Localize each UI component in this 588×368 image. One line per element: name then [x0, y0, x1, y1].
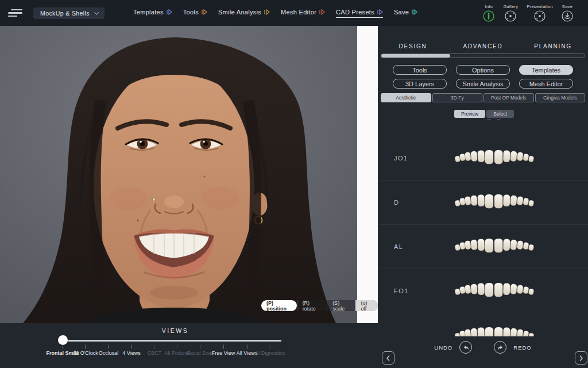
select-button[interactable]: Select [486, 110, 514, 118]
undo-label: UNDO [434, 344, 452, 351]
play-arrow-icon [319, 9, 325, 15]
design-panel: DESIGN ADVANCED PLANNING Tools Options T… [378, 26, 588, 368]
presentation-button[interactable]: Presentation [527, 4, 553, 22]
workflow-progress-bar [381, 53, 585, 58]
presentation-viewfinder-icon [534, 10, 546, 22]
tab-planning[interactable]: PLANNING [518, 43, 588, 49]
tick-mark [131, 344, 131, 349]
undo-button[interactable] [459, 341, 472, 354]
preview-button[interactable]: Preview [454, 110, 485, 118]
template-row-fo1[interactable]: FO1 [378, 269, 588, 313]
hamburger-menu-icon[interactable] [8, 7, 23, 19]
tick-mark [154, 344, 155, 349]
app-mode-label: MockUp & Shells [40, 10, 90, 17]
tick-mark [177, 344, 177, 349]
chevron-down-icon [94, 10, 99, 14]
view-option-facial-scan[interactable]: Facial Scan [187, 344, 214, 356]
gallery-button[interactable]: Gallery [503, 4, 518, 22]
tick-mark [246, 344, 247, 349]
views-bar: VIEWS Frontal Smile 12 O'Clock Occlusal … [0, 323, 378, 368]
teeth-arch-thumbnail [451, 318, 537, 336]
templates-button[interactable]: Templates [519, 65, 573, 75]
template-row-partial-bottom[interactable] [378, 313, 588, 336]
teeth-arch-thumbnail [451, 141, 537, 175]
teeth-arch-thumbnail [451, 274, 537, 308]
nav-tools[interactable]: Tools [183, 9, 207, 18]
play-arrow-icon [412, 9, 417, 15]
teeth-arch-thumbnail [451, 119, 537, 131]
options-button[interactable]: Options [456, 65, 510, 75]
view-option-4-views[interactable]: 4 Views [122, 344, 140, 356]
views-slider-track[interactable] [60, 340, 281, 342]
preview-select-toggle: Preview Select [454, 110, 514, 118]
tick-mark [108, 344, 109, 349]
template-label: JO1 [394, 155, 408, 162]
tool-button-grid: Tools Options Templates 3D Layers Smile … [393, 65, 573, 89]
category-3d-fy[interactable]: 3D-Fy [432, 93, 483, 102]
patient-photo [0, 26, 357, 323]
view-option-occlusal[interactable]: Occlusal [99, 344, 119, 356]
play-arrow-icon [167, 9, 172, 15]
chevron-left-icon [385, 355, 391, 362]
template-label: FO1 [394, 288, 409, 294]
app-mode-dropdown[interactable]: MockUp & Shells [33, 7, 105, 19]
save-button[interactable]: Save [562, 4, 573, 22]
info-icon [483, 10, 494, 22]
photo-white-edge [357, 26, 378, 323]
history-controls: UNDO REDO [378, 341, 588, 354]
info-button[interactable]: Info [483, 4, 494, 22]
template-row-partial-top[interactable] [378, 119, 588, 136]
tick-mark [62, 344, 63, 349]
app-window: MockUp & Shells Templates Tools Smile An… [0, 0, 588, 368]
template-category-tabs: Aesthetic 3D-Fy Post OP Models Gingiva M… [381, 93, 585, 102]
nav-smile-analysis[interactable]: Smile Analysis [218, 9, 270, 18]
nav-cad-presets[interactable]: CAD Presets [336, 9, 383, 18]
template-preset-list: JO1 D AL FO1 [378, 119, 588, 336]
tick-mark [223, 344, 223, 349]
view-option-cbct[interactable]: CBCT [148, 344, 162, 356]
nav-templates[interactable]: Templates [133, 9, 172, 18]
undo-arrow-icon [462, 344, 470, 351]
3d-layers-button[interactable]: 3D Layers [393, 79, 447, 89]
category-gingiva-models[interactable]: Gingiva Models [535, 93, 586, 102]
download-icon [562, 10, 573, 22]
template-row-jo1[interactable]: JO1 [378, 136, 588, 180]
play-arrow-icon [202, 9, 207, 15]
chevron-right-icon [578, 355, 584, 362]
nav-mesh-editor[interactable]: Mesh Editor [281, 9, 325, 18]
view-option-free-view[interactable]: Free View [212, 344, 235, 356]
previous-page-button[interactable] [382, 351, 394, 365]
next-page-button[interactable] [575, 351, 587, 365]
transform-position-segment[interactable]: (P) position [261, 300, 297, 311]
tab-design[interactable]: DESIGN [378, 43, 448, 49]
nav-save[interactable]: Save [394, 9, 417, 18]
template-label: AL [394, 243, 403, 250]
transform-mode-control: (P) position (R) rotate (S) scale (o) of… [261, 300, 378, 311]
category-post-op-models[interactable]: Post OP Models [483, 93, 534, 102]
transform-off-segment[interactable]: (o) off [355, 300, 378, 311]
transform-scale-segment[interactable]: (S) scale [327, 300, 355, 311]
category-aesthetic[interactable]: Aesthetic [381, 93, 431, 102]
workflow-progress-fill [381, 54, 450, 57]
quick-actions: Info Gallery Presentation Save [483, 4, 573, 22]
template-row-al[interactable]: AL [378, 224, 588, 269]
tab-advanced[interactable]: ADVANCED [448, 43, 518, 49]
tools-button[interactable]: Tools [393, 65, 447, 75]
view-option-all-views[interactable]: All Views [237, 344, 257, 356]
transform-rotate-segment[interactable]: (R) rotate [297, 300, 327, 311]
gallery-viewfinder-icon [505, 10, 516, 22]
main-nav: Templates Tools Smile Analysis Mesh Edit… [133, 9, 417, 18]
view-option-ai-dignostics[interactable]: AI Dignostics [255, 344, 285, 356]
redo-label: REDO [513, 344, 531, 351]
smile-analysis-button[interactable]: Smile Analysis [456, 79, 510, 89]
view-option-12-oclock[interactable]: 12 O'Clock [73, 344, 98, 356]
redo-arrow-icon [497, 344, 504, 351]
redo-button[interactable] [494, 341, 506, 354]
stage-tabs: DESIGN ADVANCED PLANNING [378, 43, 588, 49]
template-label: D [394, 199, 399, 206]
template-row-d[interactable]: D [378, 180, 588, 224]
mesh-editor-button[interactable]: Mesh Editor [519, 79, 573, 89]
teeth-arch-thumbnail [451, 185, 537, 220]
patient-photo-viewport[interactable]: (P) position (R) rotate (S) scale (o) of… [0, 26, 378, 323]
tick-mark [85, 344, 86, 349]
